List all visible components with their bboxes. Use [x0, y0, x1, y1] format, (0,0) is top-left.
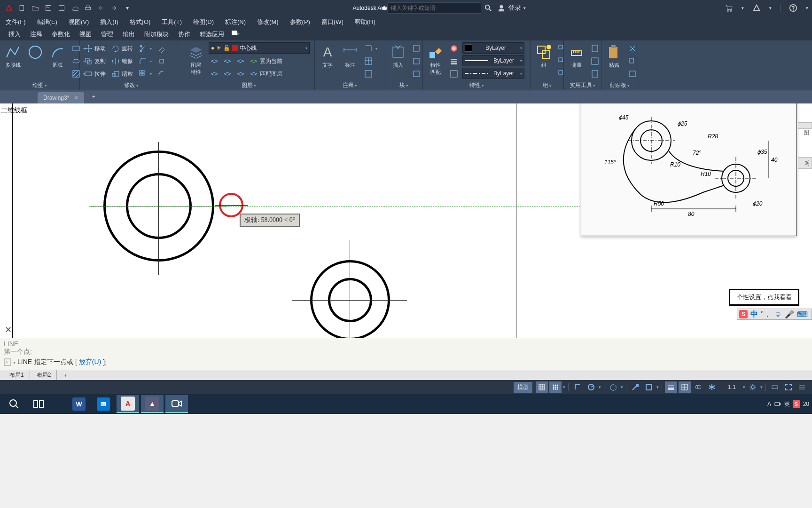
otrack-button[interactable] — [643, 381, 655, 393]
text-button[interactable]: A 文字 — [318, 42, 337, 71]
ortho-button[interactable] — [571, 381, 584, 393]
measure-button[interactable]: 测量 — [567, 42, 586, 71]
menu-modify[interactable]: 修改(M) — [251, 16, 284, 28]
tray-sogou-icon[interactable]: S — [793, 400, 800, 408]
tab-featured[interactable]: 精选应用 — [195, 29, 229, 40]
copy-button[interactable]: 复制 — [83, 55, 107, 67]
menu-edit[interactable]: 编辑(E) — [31, 16, 63, 28]
ucs-close-icon[interactable]: ✕ — [5, 325, 12, 335]
set-current-button[interactable]: 置为当前 — [248, 55, 284, 67]
snap-button[interactable] — [549, 381, 562, 393]
menu-dim[interactable]: 标注(N) — [219, 16, 251, 28]
table-button[interactable] — [363, 55, 379, 67]
cut-button[interactable] — [627, 42, 638, 55]
layer-dropdown[interactable]: ● ☀ 🔓 中心线 ▾ — [209, 42, 310, 54]
layer-freeze-button[interactable] — [222, 55, 233, 67]
trim-button[interactable]: ▾ — [137, 42, 153, 55]
search-taskbar-icon[interactable] — [3, 395, 25, 413]
layer-props-button[interactable]: 图层 特性 — [186, 42, 206, 78]
panel-clip-title[interactable]: 剪贴板 — [604, 80, 635, 90]
cycling-button[interactable] — [692, 381, 704, 393]
close-tab-icon[interactable]: ✕ — [74, 95, 78, 101]
circle-button[interactable] — [25, 42, 45, 69]
layout-2[interactable]: 布局2 — [31, 370, 57, 380]
ime-lang[interactable]: 中 — [750, 310, 758, 319]
word-taskbar-icon[interactable]: W — [68, 395, 90, 413]
cloud-icon[interactable] — [70, 3, 80, 13]
add-layout-button[interactable]: + — [58, 371, 72, 380]
tab-output[interactable]: 输出 — [118, 29, 140, 40]
scale-button[interactable]: 缩放 — [110, 68, 134, 80]
gear-button[interactable] — [747, 381, 759, 393]
color-dropdown[interactable]: ByLayer▾ — [462, 42, 524, 54]
drawing-canvas[interactable]: 二维线框 极轴: 58.0000 < 0° 一、按照1:1的比例抄画下面的图形（… — [0, 103, 812, 338]
menu-format[interactable]: 格式(O) — [124, 16, 156, 28]
offset-button[interactable] — [156, 68, 167, 80]
selectall-button[interactable] — [589, 55, 601, 67]
open-icon[interactable] — [30, 3, 40, 13]
save-icon[interactable] — [43, 3, 54, 13]
copy-clip-button[interactable] — [627, 55, 638, 67]
layer-thaw-button[interactable] — [235, 55, 246, 67]
match-props-button[interactable]: 特性 匹配 — [426, 42, 445, 78]
mail-taskbar-icon[interactable]: ✉ — [92, 395, 115, 413]
layer-iso-button[interactable] — [209, 55, 220, 67]
menu-tools[interactable]: 工具(T) — [156, 16, 187, 28]
block-attr-button[interactable] — [411, 68, 422, 80]
layer-unlock-button[interactable] — [235, 68, 246, 80]
polar-button[interactable] — [585, 381, 597, 393]
camera-taskbar-icon[interactable] — [165, 395, 188, 413]
cmd-prompt-icon[interactable] — [4, 358, 11, 366]
isodraft-button[interactable] — [607, 381, 619, 393]
insert-block-button[interactable]: 插入 — [388, 42, 408, 71]
move-button[interactable]: 移动 — [83, 42, 107, 55]
quickcalc-button[interactable] — [589, 42, 601, 55]
reference-image[interactable]: 一、按照1:1的比例抄画下面的图形（不注尺寸，10分）。 共3页 第1页 ϕ45… — [581, 103, 797, 236]
taskview-icon[interactable] — [27, 395, 50, 413]
layout-1[interactable]: 布局1 — [4, 370, 30, 380]
login-button[interactable]: 登录 ▾ — [497, 4, 526, 12]
tab-manage[interactable]: 管理 — [96, 29, 118, 40]
tray-time[interactable]: 20 — [803, 401, 809, 407]
palette-tab-1[interactable]: 图 — [798, 122, 812, 129]
group-button[interactable]: 组 — [534, 42, 554, 71]
doc-tab-drawing3[interactable]: Drawing3* ✕ — [38, 92, 84, 103]
3dosnap-button[interactable] — [706, 381, 718, 393]
paste-spec-button[interactable] — [627, 68, 638, 80]
cart-icon[interactable] — [725, 4, 733, 12]
visual-style-label[interactable]: 二维线框 — [1, 106, 27, 115]
panel-modify-title[interactable]: 修改 — [83, 80, 180, 90]
cloud-button[interactable] — [363, 68, 379, 80]
color-picker-button[interactable] — [448, 42, 460, 55]
match-layer-button[interactable]: 匹配图层 — [248, 68, 284, 80]
osnap-button[interactable] — [629, 381, 641, 393]
viewer-taskbar-icon[interactable]: ▲ — [141, 395, 164, 413]
ime-toolbar[interactable]: S 中 °， ☺ 🎤 ⌨ — [737, 309, 812, 320]
tab-collab[interactable]: 协作 — [173, 29, 195, 40]
calc-button[interactable] — [589, 68, 601, 80]
panel-annot-title[interactable]: 注释 — [318, 80, 382, 90]
command-line[interactable]: LINE 第一个点: ▾ LINE 指定下一点或 [放弃(U)]: — [0, 338, 812, 370]
add-tab-button[interactable]: + — [88, 91, 99, 103]
panel-groups-title[interactable]: 组 — [534, 80, 561, 90]
layer-lock-button[interactable] — [222, 68, 233, 80]
rotate-button[interactable]: 旋转 — [110, 42, 134, 55]
tab-para[interactable]: 参数化 — [47, 29, 75, 40]
scale-label[interactable]: 1:1 — [724, 382, 740, 392]
redo-icon[interactable] — [109, 3, 119, 13]
menu-draw[interactable]: 绘图(D) — [187, 16, 219, 28]
ime-face-icon[interactable]: ☺ — [774, 310, 781, 318]
ime-punct[interactable]: °， — [761, 310, 771, 319]
menu-file[interactable]: 文件(F) — [0, 16, 31, 28]
linetype-dropdown[interactable]: ByLayer▾ — [462, 68, 524, 79]
sogou-icon[interactable]: S — [739, 310, 748, 318]
tab-annot[interactable]: 注释 — [25, 29, 47, 40]
tab-extra-icon[interactable] — [229, 29, 243, 40]
transparency-button-sb[interactable] — [679, 381, 691, 393]
panel-util-title[interactable]: 实用工具 — [567, 80, 598, 90]
settings-callout[interactable]: 个性设置，点我看看 — [729, 289, 799, 306]
menu-help[interactable]: 帮助(H) — [349, 16, 381, 28]
autocad-taskbar-icon[interactable]: A — [117, 395, 139, 413]
erase-button[interactable] — [156, 42, 167, 55]
leader-button[interactable]: ▾ — [363, 42, 379, 55]
